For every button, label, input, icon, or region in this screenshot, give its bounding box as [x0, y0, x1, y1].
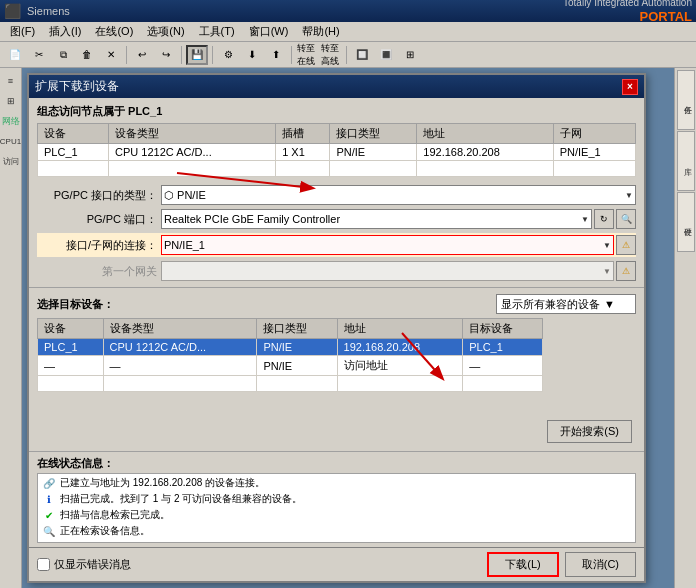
status-item-2: ℹ 扫描已完成。找到了 1 与 2 可访问设备组兼容的设备。: [42, 492, 631, 506]
divider-1: [29, 287, 644, 288]
target-table-header-row: 设备 设备类型 接口类型 地址 目标设备: [38, 319, 543, 339]
target-col-iface: 接口类型: [257, 319, 337, 339]
pgpc-interface-container: ⬡ PN/IE ▼: [161, 185, 636, 205]
target-row1-target: PLC_1: [463, 339, 543, 356]
target-row-1[interactable]: PLC_1 CPU 1212C AC/D... PN/IE 192.168.20…: [38, 339, 543, 356]
cancel-button[interactable]: 取消(C): [565, 552, 636, 577]
title-bar: ⬛ Siemens Totally Integrated Automation …: [0, 0, 696, 22]
menu-tools[interactable]: 工具(T): [193, 22, 241, 41]
subnet-info[interactable]: ⚠: [616, 235, 636, 255]
form-section: PG/PC 接口的类型： ⬡ PN/IE ▼ PG/PC 端口：: [29, 181, 644, 285]
menu-online[interactable]: 在线(O): [89, 22, 139, 41]
col-slot: 插槽: [276, 124, 330, 144]
subnet-value: PN/IE_1: [164, 239, 205, 251]
show-compatible-value: 显示所有兼容的设备: [501, 297, 600, 312]
toolbar-goto-offline[interactable]: 转至高线: [320, 45, 342, 65]
right-sidebar: 任务 库 硬件: [674, 68, 696, 588]
show-errors-checkbox[interactable]: [37, 558, 50, 571]
toolbar-sep1: [126, 46, 127, 64]
status-item-4: 🔍 正在检索设备信息。: [42, 524, 631, 538]
toolbar-download[interactable]: ⬇: [241, 45, 263, 65]
row1-addr: 192.168.20.208: [417, 144, 553, 161]
dialog-title-text: 扩展下载到设备: [35, 78, 119, 95]
show-errors-label: 仅显示错误消息: [54, 557, 131, 572]
download-button[interactable]: 下载(L): [487, 552, 558, 577]
menu-insert[interactable]: 插入(I): [43, 22, 87, 41]
toolbar-btn3[interactable]: ⊞: [399, 45, 421, 65]
pgpc-interface-select[interactable]: ⬡ PN/IE ▼: [161, 185, 636, 205]
right-tab-hardware[interactable]: 硬件: [677, 192, 695, 252]
target-row1-addr: 192.168.20.208: [337, 339, 463, 356]
col-addr: 地址: [417, 124, 553, 144]
status-header: 在线状态信息：: [37, 456, 636, 471]
toolbar-upload[interactable]: ⬆: [265, 45, 287, 65]
brand-line1: Totally Integrated Automation: [563, 0, 692, 9]
status-item-3: ✔ 扫描与信息检索已完成。: [42, 508, 631, 522]
col-device: 设备: [38, 124, 109, 144]
left-sidebar: ≡ ⊞ 网络 CPU1 访问: [0, 68, 22, 588]
status-area: 🔗 已建立与地址为 192.168.20.208 的设备连接。 ℹ 扫描已完成。…: [37, 473, 636, 543]
right-tab-tasks[interactable]: 任务: [677, 70, 695, 130]
status-icon-check: ✔: [42, 508, 56, 522]
menu-window[interactable]: 窗口(W): [243, 22, 295, 41]
search-btn-container: 开始搜索(S): [547, 318, 636, 447]
col-iface: 接口类型: [330, 124, 417, 144]
checkbox-row: 仅显示错误消息: [37, 557, 131, 572]
menu-help[interactable]: 帮助(H): [296, 22, 345, 41]
title-brand: Totally Integrated Automation PORTAL: [563, 0, 692, 26]
toolbar-copy[interactable]: ⧉: [52, 45, 74, 65]
toolbar-undo[interactable]: ↩: [131, 45, 153, 65]
gateway-select[interactable]: ▼: [161, 261, 614, 281]
col-type: 设备类型: [109, 124, 276, 144]
center-content: 闪烁 LED 扩展下载到设备 × 组态访问节点属于 PLC_1 设备: [22, 68, 674, 588]
sidebar-icon-1[interactable]: ≡: [2, 72, 20, 90]
dialog-close-button[interactable]: ×: [622, 79, 638, 95]
status-text-4: 正在检索设备信息。: [60, 524, 150, 538]
status-section: 在线状态信息： 🔗 已建立与地址为 192.168.20.208 的设备连接。 …: [29, 451, 644, 547]
subnet-arrow: ▼: [603, 241, 611, 250]
app-icon: ⬛: [4, 3, 21, 19]
toolbar-close[interactable]: ✕: [100, 45, 122, 65]
sidebar-icon-2[interactable]: ⊞: [2, 92, 20, 110]
pgpc-interface-row: PG/PC 接口的类型： ⬡ PN/IE ▼: [37, 185, 636, 205]
start-search-button[interactable]: 开始搜索(S): [547, 420, 632, 443]
pgpc-port-info[interactable]: 🔍: [616, 209, 636, 229]
target-row-2[interactable]: — — PN/IE 访问地址 —: [38, 356, 543, 376]
dialog-buttons: 下载(L) 取消(C): [487, 552, 636, 577]
toolbar-cut[interactable]: ✂: [28, 45, 50, 65]
menu-file[interactable]: 图(F): [4, 22, 41, 41]
app-name: Siemens: [27, 5, 70, 17]
toolbar-sep3: [212, 46, 213, 64]
status-text-1: 已建立与地址为 192.168.20.208 的设备连接。: [60, 476, 265, 490]
menu-options[interactable]: 选项(N): [141, 22, 190, 41]
sidebar-icon-4[interactable]: 访问: [2, 152, 20, 170]
target-row2-device: —: [38, 356, 104, 376]
gateway-info[interactable]: ⚠: [616, 261, 636, 281]
pgpc-port-container: Realtek PCIe GbE Family Controller ▼ ↻ 🔍: [161, 209, 636, 229]
toolbar-goto-online[interactable]: 转至在线: [296, 45, 318, 65]
show-compatible-select[interactable]: 显示所有兼容的设备 ▼: [496, 294, 636, 314]
pgpc-port-select[interactable]: Realtek PCIe GbE Family Controller ▼: [161, 209, 592, 229]
gateway-container: ▼ ⚠: [161, 261, 636, 281]
top-table-row-1[interactable]: PLC_1 CPU 1212C AC/D... 1 X1 PN/IE 192.1…: [38, 144, 636, 161]
target-col-device: 设备: [38, 319, 104, 339]
toolbar-btn2[interactable]: 🔳: [375, 45, 397, 65]
sidebar-icon-cpu[interactable]: CPU1: [2, 132, 20, 150]
subnet-select[interactable]: PN/IE_1 ▼: [161, 235, 614, 255]
toolbar-btn1[interactable]: 🔲: [351, 45, 373, 65]
toolbar-delete[interactable]: 🗑: [76, 45, 98, 65]
toolbar-save[interactable]: 💾: [186, 45, 208, 65]
title-bar-left: ⬛ Siemens: [4, 3, 70, 19]
toolbar: 📄 ✂ ⧉ 🗑 ✕ ↩ ↪ 💾 ⚙ ⬇ ⬆ 转至在线 转至高线 🔲 🔳 ⊞: [0, 42, 696, 68]
sidebar-icon-network[interactable]: 网络: [2, 112, 20, 130]
target-row-empty: [38, 376, 543, 392]
right-tab-library[interactable]: 库: [677, 131, 695, 191]
gateway-label: 第一个网关: [37, 264, 157, 279]
pgpc-port-refresh[interactable]: ↻: [594, 209, 614, 229]
col-subnet: 子网: [553, 124, 635, 144]
toolbar-redo[interactable]: ↪: [155, 45, 177, 65]
toolbar-new[interactable]: 📄: [4, 45, 26, 65]
toolbar-compile[interactable]: ⚙: [217, 45, 239, 65]
gateway-row: 第一个网关 ▼ ⚠: [37, 261, 636, 281]
target-col-type: 设备类型: [103, 319, 257, 339]
